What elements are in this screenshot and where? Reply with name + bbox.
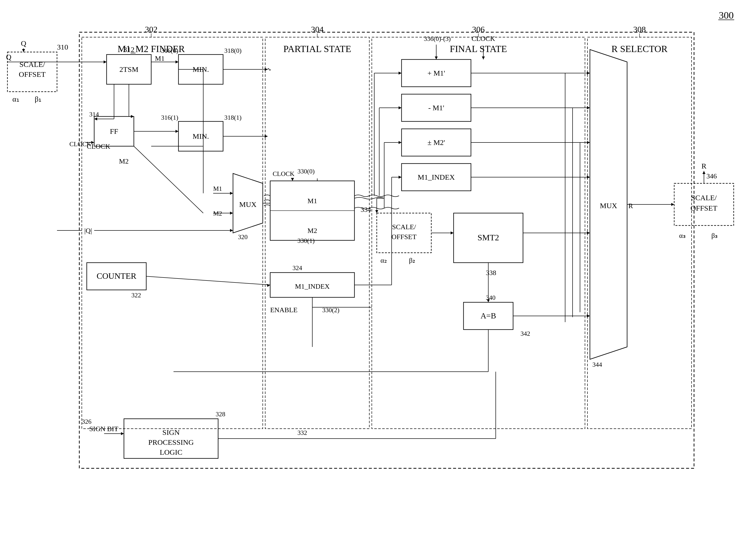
plus-m1-label: + M1': [427, 69, 445, 77]
ref-310: 310: [57, 43, 68, 51]
clock-label-2: CLOCK: [273, 170, 295, 177]
beta1-label: β₁: [35, 95, 41, 103]
ref-318-1: 318(1): [224, 114, 241, 121]
abs-q-label: |Q|: [84, 227, 92, 235]
min2-label: MIN.: [193, 132, 209, 140]
q-label: Q: [21, 39, 26, 47]
ff-label: FF: [110, 127, 118, 135]
ref-308: 308: [633, 25, 646, 34]
alpha2-label: α₂: [380, 257, 387, 264]
ref-302: 302: [145, 25, 158, 34]
pm-m2-label: ± M2': [427, 138, 445, 146]
smt2-label: SMT2: [478, 233, 499, 242]
final-state-label: FINAL STATE: [450, 44, 507, 54]
ref-332: 332: [297, 429, 307, 436]
ref-322: 322: [131, 292, 141, 299]
sign-proc-label3: LOGIC: [160, 448, 182, 456]
ref-330-0: 330(0): [297, 168, 315, 175]
ref-304: 304: [311, 25, 324, 34]
ref-328: 328: [216, 411, 225, 418]
clock-final-label: CLOCK: [472, 35, 495, 42]
ref-320: 320: [238, 234, 247, 241]
ref-314: 314: [89, 111, 99, 118]
sign-proc-label2: PROCESSING: [148, 438, 194, 446]
ref-318-0: 318(0): [224, 47, 241, 54]
m2-label: M2: [119, 157, 128, 165]
alpha1-label: α₁: [13, 95, 19, 103]
enable-label: ENABLE: [270, 306, 297, 314]
partial-state-label: PARTIAL STATE: [283, 44, 351, 54]
ref-336: 336(0)-(3): [424, 35, 451, 42]
scale-offset-2-label2: OFFSET: [391, 233, 416, 241]
ref-340: 340: [486, 294, 496, 301]
ref-342: 342: [520, 330, 530, 337]
scale-offset-input-label1: SCALE/: [19, 60, 45, 68]
counter-label: COUNTER: [97, 271, 137, 280]
ref-324: 324: [293, 264, 302, 272]
alpha3-label: α₃: [679, 232, 686, 239]
m1-label-1: M1: [155, 55, 164, 62]
ref-330-2: 330(2): [322, 306, 339, 314]
2tsm-label: 2TSM: [119, 65, 139, 73]
r-selector-label: R SELECTOR: [612, 44, 668, 54]
m2-mux-label: M2: [213, 210, 222, 217]
sign-bit-label: SIGN BIT: [89, 425, 118, 433]
mux1-label: MUX: [239, 200, 257, 208]
sign-proc-label1: SIGN: [162, 428, 180, 436]
m1-mux-label: M1: [213, 185, 222, 192]
scale-offset-input-label2: OFFSET: [19, 70, 46, 78]
ref-344: 344: [592, 361, 602, 368]
clock-ff-label: CLOCK: [69, 140, 91, 148]
r-mux-label: R: [628, 202, 633, 209]
scale-offset-3-label1: SCALE/: [691, 194, 717, 202]
m1-index-final-label: M1_INDEX: [418, 173, 455, 181]
scale-offset-2-label1: SCALE/: [392, 223, 416, 231]
ref-326: 326: [82, 418, 92, 425]
diagram-title: 300: [719, 10, 734, 21]
beta3-label: β₃: [711, 232, 718, 239]
ref-312: 312: [123, 45, 135, 54]
scale-offset-3-label2: OFFSET: [691, 204, 717, 212]
m1-reg-label: M1: [307, 197, 317, 205]
beta2-label: β₂: [409, 257, 415, 264]
ref-316-0: 316(0): [161, 47, 178, 54]
ref-334: 334: [361, 206, 371, 213]
r-output-label: R: [701, 162, 707, 170]
mux2-label: MUX: [600, 201, 617, 209]
ref-338: 338: [486, 269, 496, 277]
a-eq-b-label: A=B: [481, 311, 496, 320]
q-output-label: Q: [6, 53, 12, 61]
m1-index-partial-label: M1_INDEX: [295, 282, 330, 290]
ref-306: 306: [472, 25, 485, 34]
ref-316-1: 316(1): [161, 114, 178, 121]
minus-m1-label: - M1': [428, 104, 444, 112]
m2-reg-label: M2: [307, 227, 317, 235]
ref-346: 346: [707, 172, 717, 180]
diagram-container: 300 M1_M2 FINDER PARTIAL STATE FINAL STA…: [0, 0, 755, 560]
ref-330-1: 330(1): [297, 237, 315, 244]
